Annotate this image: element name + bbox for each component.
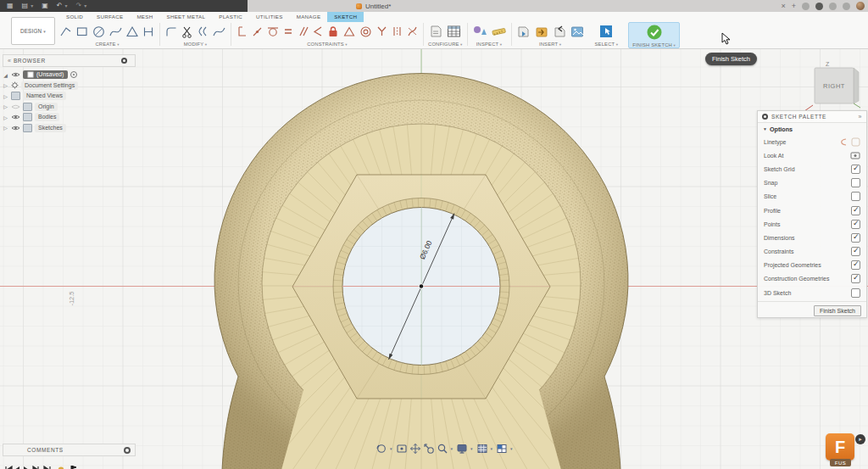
line-tool-icon[interactable] xyxy=(59,25,73,38)
linetype-construction-icon[interactable] xyxy=(851,137,860,147)
options-section-header[interactable]: ▼ Options xyxy=(758,123,866,135)
expand-triangle-icon[interactable]: ▷ xyxy=(3,125,8,131)
polygon-tool-icon[interactable] xyxy=(125,25,139,38)
active-document-pill[interactable]: (Unsaved) xyxy=(23,70,68,79)
sketch-center-point[interactable] xyxy=(419,284,424,289)
expand-triangle-icon[interactable]: ◢ xyxy=(3,72,8,78)
tab-utilities[interactable]: UTILITIES xyxy=(249,12,290,22)
linetype-curve-icon[interactable] xyxy=(837,137,848,147)
expand-triangle-icon[interactable]: ▷ xyxy=(3,114,8,120)
configure-group-label[interactable]: CONFIGURE xyxy=(428,42,463,47)
constraints-group-label[interactable]: CONSTRAINTS xyxy=(307,42,348,47)
visibility-eye-icon[interactable] xyxy=(11,71,20,78)
fix-lock-constraint-icon[interactable] xyxy=(326,25,340,39)
notifications-icon[interactable] xyxy=(829,3,837,10)
undo-icon[interactable]: ↶ xyxy=(57,0,63,12)
help-icon[interactable] xyxy=(843,3,850,10)
browser-row-bodies[interactable]: ▷ Bodies xyxy=(3,112,136,123)
tangent-constraint-icon[interactable] xyxy=(266,25,280,38)
vertical-constraint-icon[interactable] xyxy=(236,25,248,38)
concentric-constraint-icon[interactable] xyxy=(359,25,373,39)
snap-checkbox[interactable] xyxy=(851,178,860,187)
expand-triangle-icon[interactable]: ▷ xyxy=(3,103,8,109)
browser-row-origin[interactable]: ▷ Origin xyxy=(3,102,136,113)
fusion-logo-watermark[interactable]: F xyxy=(826,433,854,461)
angle-constraint-icon[interactable] xyxy=(312,25,324,38)
timeline-flag-icon[interactable] xyxy=(71,466,76,469)
tab-surface[interactable]: SURFACE xyxy=(90,12,130,22)
workspace-switcher[interactable]: DESIGN xyxy=(11,17,55,45)
browser-row-document-settings[interactable]: ▷ Document Settings xyxy=(3,81,136,92)
section-analysis-icon[interactable] xyxy=(491,24,507,39)
canvas-image-icon[interactable] xyxy=(570,24,585,39)
browser-root-row[interactable]: ◢ (Unsaved) xyxy=(3,70,136,81)
redo-icon[interactable]: ↷ xyxy=(75,0,81,12)
slice-checkbox[interactable] xyxy=(851,192,860,201)
expand-triangle-icon[interactable]: ▷ xyxy=(3,82,8,88)
configuration-table-icon[interactable] xyxy=(446,24,462,39)
polygon-constraint-icon[interactable] xyxy=(342,25,356,38)
parallel-constraint-icon[interactable] xyxy=(297,25,309,38)
zoom-icon[interactable] xyxy=(437,443,448,455)
viewcube-face-label[interactable]: RIGHT xyxy=(823,82,845,90)
display-settings-icon[interactable] xyxy=(456,443,468,455)
data-panel-icon[interactable]: ▦ xyxy=(7,0,14,12)
orbit-icon[interactable] xyxy=(376,443,387,455)
slot-tool-icon[interactable] xyxy=(142,25,155,38)
symmetry-constraint-icon[interactable] xyxy=(391,25,403,38)
viewports-caret-icon[interactable]: ▾ xyxy=(510,446,513,451)
visibility-eye-icon[interactable] xyxy=(11,114,20,120)
save-icon[interactable]: ▣ xyxy=(42,0,48,12)
sketch-palette-header[interactable]: SKETCH PALETTE » xyxy=(758,111,866,123)
sketch-grid-checkbox[interactable] xyxy=(851,165,860,174)
projected-geometries-checkbox[interactable] xyxy=(851,260,860,270)
insert-mesh-icon[interactable] xyxy=(534,24,549,39)
spline-tool-icon[interactable] xyxy=(108,25,123,38)
visibility-eye-off-icon[interactable] xyxy=(11,103,20,110)
equal-constraint-icon[interactable] xyxy=(282,25,294,38)
coincident-constraint-icon[interactable] xyxy=(251,25,264,38)
select-tool-icon[interactable] xyxy=(598,24,614,39)
viewports-icon[interactable] xyxy=(496,443,508,455)
new-tab-icon[interactable]: + xyxy=(792,2,796,10)
grid-caret-icon[interactable]: ▾ xyxy=(491,446,493,451)
dock-panel-icon[interactable]: » xyxy=(859,114,863,120)
break-tool-icon[interactable] xyxy=(212,25,226,38)
3d-sketch-checkbox[interactable] xyxy=(851,288,860,298)
midpoint-constraint-icon[interactable] xyxy=(376,25,388,38)
insert-derive-icon[interactable] xyxy=(516,24,531,39)
document-tab[interactable]: Untitled* xyxy=(356,0,391,12)
grid-snaps-icon[interactable] xyxy=(476,443,488,455)
activate-target-icon[interactable] xyxy=(70,71,77,78)
measure-tool-icon[interactable] xyxy=(472,24,488,39)
close-tab-icon[interactable]: × xyxy=(781,2,785,10)
select-group-label[interactable]: SELECT xyxy=(595,42,619,47)
tab-solid[interactable]: SOLID xyxy=(59,12,90,22)
inspect-group-label[interactable]: INSPECT xyxy=(476,42,502,47)
next-video-icon[interactable]: ▸ xyxy=(855,434,865,444)
curvature-constraint-icon[interactable] xyxy=(406,25,419,38)
visibility-eye-icon[interactable] xyxy=(11,125,20,131)
tab-mesh[interactable]: MESH xyxy=(130,12,159,22)
orbit-caret-icon[interactable]: ▾ xyxy=(390,446,392,451)
browser-panel-header[interactable]: « BROWSER xyxy=(3,54,136,67)
browser-circle-icon[interactable] xyxy=(802,3,810,10)
circle-tool-icon[interactable] xyxy=(92,25,106,39)
tab-plastic[interactable]: PLASTIC xyxy=(212,12,249,22)
construction-geometries-checkbox[interactable] xyxy=(851,274,860,283)
configure-sheet-icon[interactable] xyxy=(428,24,443,39)
points-checkbox[interactable] xyxy=(851,220,860,229)
browser-row-sketches[interactable]: ▷ Sketches xyxy=(3,123,136,134)
offset-tool-icon[interactable] xyxy=(197,25,209,38)
insert-svg-icon[interactable] xyxy=(552,24,567,39)
create-group-label[interactable]: CREATE xyxy=(95,42,119,47)
tab-manage[interactable]: MANAGE xyxy=(290,12,328,22)
rectangle-tool-icon[interactable] xyxy=(75,25,89,38)
zoom-caret-icon[interactable]: ▾ xyxy=(451,446,453,451)
display-caret-icon[interactable]: ▾ xyxy=(470,446,473,451)
tab-sheet-metal[interactable]: SHEET METAL xyxy=(159,12,212,22)
file-menu-icon[interactable]: ▤ xyxy=(22,0,29,12)
collapse-panel-icon[interactable]: « xyxy=(8,58,12,64)
trim-tool-icon[interactable] xyxy=(181,25,194,39)
pan-icon[interactable] xyxy=(409,443,421,455)
